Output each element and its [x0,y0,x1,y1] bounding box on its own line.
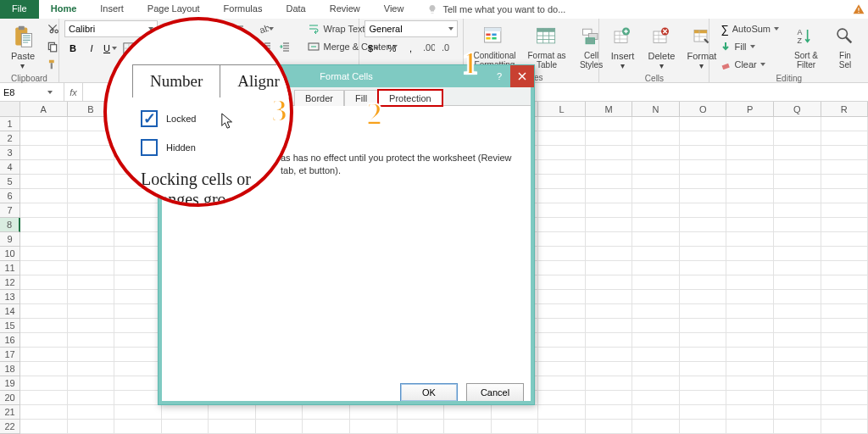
cell[interactable] [114,420,162,434]
cell[interactable] [68,290,115,304]
cell[interactable] [398,405,445,420]
increase-decimal-button[interactable]: .00 [420,40,437,57]
cell[interactable] [68,405,115,420]
cell[interactable] [821,117,868,131]
delete-cells-button[interactable]: Delete▾ [643,20,679,73]
dialog-help-button[interactable]: ? [488,65,510,87]
underline-button[interactable]: U [102,40,119,57]
cell[interactable] [586,405,633,420]
row-header[interactable]: 4 [0,160,20,175]
cell[interactable] [586,319,633,333]
row-headers[interactable]: 12345678910111213141516171819202122 [0,117,20,434]
cell[interactable] [20,189,68,203]
cell[interactable] [774,131,821,146]
cell[interactable] [726,146,774,160]
cell[interactable] [20,376,68,391]
cell[interactable] [68,203,115,218]
cell[interactable] [586,117,633,131]
cell[interactable] [586,275,633,290]
cell[interactable] [680,319,727,333]
cell[interactable] [586,146,633,160]
col-header[interactable]: A [20,102,68,117]
cell[interactable] [586,232,633,247]
cell[interactable] [774,333,821,348]
locked-checkbox-box[interactable] [141,110,158,127]
cell[interactable] [68,189,115,203]
cell[interactable] [821,247,868,261]
cell[interactable] [586,175,633,189]
cell[interactable] [821,376,868,391]
cell[interactable] [680,247,727,261]
cell[interactable] [632,247,680,261]
cell[interactable] [20,420,68,434]
cell[interactable] [632,131,680,146]
row-header[interactable]: 12 [0,275,20,290]
cell[interactable] [774,117,821,131]
cell[interactable] [162,405,209,420]
row-header[interactable]: 1 [0,117,20,131]
cell[interactable] [680,117,727,131]
italic-button[interactable]: I [83,40,100,57]
cell[interactable] [586,333,633,348]
cell[interactable] [68,261,115,275]
row-header[interactable]: 3 [0,146,20,160]
cell[interactable] [20,348,68,362]
row-header[interactable]: 8 [0,218,20,232]
cell[interactable] [586,348,633,362]
cell[interactable] [632,189,680,203]
cell[interactable] [586,376,633,391]
cell[interactable] [726,405,774,420]
cell[interactable] [821,232,868,247]
cut-button[interactable] [44,20,61,37]
cell[interactable] [114,348,162,362]
tab-insert[interactable]: Insert [88,0,136,19]
cell[interactable] [680,405,727,420]
sort-filter-button[interactable]: AZSort & Filter [788,20,824,72]
cell[interactable] [586,218,633,232]
cell[interactable] [114,290,162,304]
col-header[interactable]: Q [774,102,821,117]
cell[interactable] [538,175,586,189]
cell[interactable] [821,189,868,203]
cell[interactable] [632,275,680,290]
accounting-button[interactable]: $ [364,40,381,57]
cell[interactable] [20,247,68,261]
row-header[interactable]: 22 [0,420,20,434]
cell[interactable] [632,420,680,434]
cell[interactable] [774,146,821,160]
cell[interactable] [20,362,68,376]
cell[interactable] [726,362,774,376]
cell[interactable] [821,131,868,146]
cell[interactable] [492,420,539,434]
cell[interactable] [774,348,821,362]
tab-review[interactable]: Review [318,0,372,19]
cell[interactable] [538,146,586,160]
cell[interactable] [68,420,115,434]
row-header[interactable]: 18 [0,362,20,376]
col-header[interactable]: R [821,102,868,117]
row-header[interactable]: 21 [0,405,20,420]
dialog-tab-border[interactable]: Border [294,90,344,106]
tab-formulas[interactable]: Formulas [212,0,275,19]
cell[interactable] [726,160,774,175]
cell[interactable] [774,376,821,391]
cell[interactable] [444,420,492,434]
col-header[interactable]: L [538,102,586,117]
cell[interactable] [68,275,115,290]
name-box[interactable] [0,83,64,101]
cell[interactable] [821,304,868,319]
cell[interactable] [680,261,727,275]
cell[interactable] [492,405,539,420]
cell[interactable] [114,232,162,247]
cell[interactable] [538,333,586,348]
cell[interactable] [20,275,68,290]
cell[interactable] [632,261,680,275]
cell[interactable] [726,175,774,189]
dialog-close-button[interactable] [510,65,534,87]
cell[interactable] [774,420,821,434]
cell[interactable] [20,175,68,189]
cell[interactable] [726,290,774,304]
dialog-ok-button[interactable]: OK [400,383,458,402]
tell-me[interactable]: Tell me what you want to do... [415,0,577,19]
comma-button[interactable]: , [402,40,419,57]
